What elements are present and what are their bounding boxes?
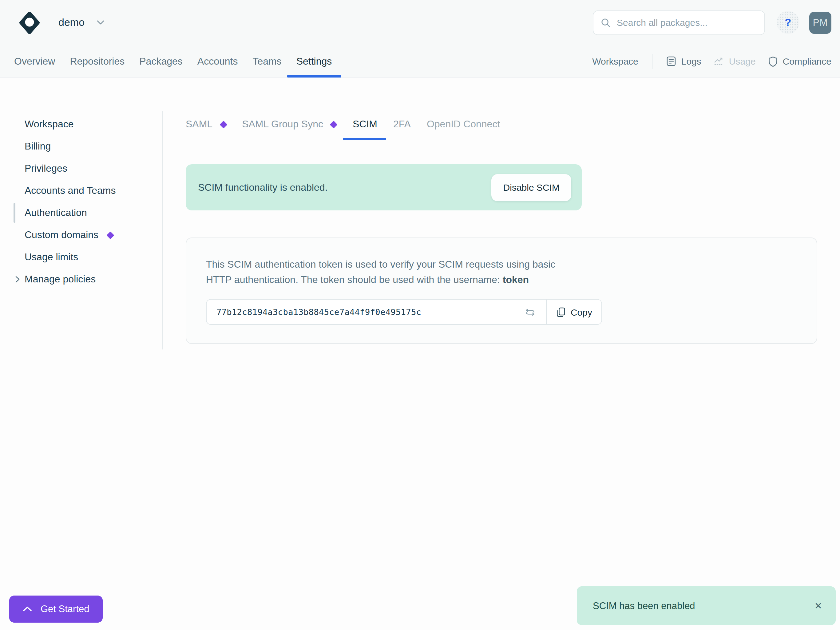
chevron-right-icon <box>15 275 20 283</box>
token-username: token <box>503 274 529 285</box>
search-box[interactable] <box>593 10 765 35</box>
premium-diamond-icon <box>106 231 114 239</box>
app-root: demo ? PM Overview Repositories Packages… <box>0 0 840 630</box>
token-field[interactable]: 77b12c8194a3cba13b8845ce7a44f9f0e495175c <box>207 300 546 324</box>
sidebar-item-billing[interactable]: Billing <box>0 135 163 157</box>
sidebar-item-usage-limits[interactable]: Usage limits <box>0 246 163 268</box>
tab-openid-connect[interactable]: OpenID Connect <box>419 118 508 130</box>
refresh-icon <box>525 307 535 317</box>
sidebar-item-workspace[interactable]: Workspace <box>0 113 163 135</box>
nav-tab-repositories[interactable]: Repositories <box>62 45 132 78</box>
tab-label: SCIM <box>353 119 377 130</box>
token-value: 77b12c8194a3cba13b8845ce7a44f9f0e495175c <box>216 307 421 317</box>
main-content: SAML SAML Group Sync SCIM 2FA OpenID Con… <box>163 78 840 344</box>
avatar[interactable]: PM <box>809 11 831 33</box>
get-started-label: Get Started <box>41 603 90 615</box>
token-row: 77b12c8194a3cba13b8845ce7a44f9f0e495175c… <box>206 299 602 325</box>
sidebar-item-accounts-and-teams[interactable]: Accounts and Teams <box>0 180 163 202</box>
tab-label: 2FA <box>393 119 411 130</box>
tab-label: SAML Group Sync <box>242 119 323 130</box>
settings-sidebar: Workspace Billing Privileges Accounts an… <box>0 111 163 350</box>
primary-nav: Overview Repositories Packages Accounts … <box>14 45 339 78</box>
usage-label: Usage <box>729 56 756 66</box>
tab-saml-group-sync[interactable]: SAML Group Sync <box>234 118 345 130</box>
chevron-up-icon <box>23 606 32 611</box>
workspace-switcher[interactable]: demo <box>58 16 104 28</box>
premium-diamond-icon <box>219 120 227 128</box>
tab-saml[interactable]: SAML <box>186 118 234 130</box>
disable-scim-button[interactable]: Disable SCIM <box>492 174 571 201</box>
copy-token-button[interactable]: Copy <box>546 300 602 324</box>
premium-diamond-icon <box>330 120 338 128</box>
usage-link[interactable]: Usage <box>714 56 756 66</box>
header-top-bar: demo ? PM <box>0 0 840 45</box>
copy-label: Copy <box>571 307 592 317</box>
logs-icon <box>666 56 676 66</box>
header: demo ? PM Overview Repositories Packages… <box>0 0 840 78</box>
nav-tab-teams[interactable]: Teams <box>245 45 289 78</box>
sidebar-item-label: Custom domains <box>25 230 98 241</box>
chevron-down-icon <box>96 20 104 25</box>
auth-subtabs: SAML SAML Group Sync SCIM 2FA OpenID Con… <box>186 118 840 130</box>
scim-enabled-banner: SCIM functionality is enabled. Disable S… <box>186 164 582 211</box>
regenerate-token-button[interactable] <box>523 305 537 319</box>
tab-label: SAML <box>186 119 212 130</box>
banner-message: SCIM functionality is enabled. <box>198 182 328 193</box>
cloudsmith-logo-icon[interactable] <box>19 11 40 33</box>
logs-link[interactable]: Logs <box>666 56 701 66</box>
nav-tab-overview[interactable]: Overview <box>14 45 62 78</box>
sidebar-item-custom-domains[interactable]: Custom domains <box>0 224 163 246</box>
compliance-label: Compliance <box>783 56 831 66</box>
search-input[interactable] <box>617 17 757 28</box>
nav-tab-packages[interactable]: Packages <box>132 45 190 78</box>
copy-icon <box>556 307 566 317</box>
success-toast: SCIM has been enabled ✕ <box>577 586 836 625</box>
help-label: ? <box>785 16 791 28</box>
sidebar-item-label: Manage policies <box>25 274 96 285</box>
workspace-name: demo <box>58 16 85 28</box>
page-body: Workspace Billing Privileges Accounts an… <box>0 78 840 350</box>
help-button[interactable]: ? <box>777 11 799 34</box>
logs-label: Logs <box>681 56 701 66</box>
nav-tab-accounts[interactable]: Accounts <box>190 45 245 78</box>
sidebar-item-manage-policies[interactable]: Manage policies <box>0 268 163 290</box>
context-workspace-label[interactable]: Workspace <box>592 56 638 66</box>
search-icon <box>601 17 611 27</box>
tab-scim[interactable]: SCIM <box>345 118 385 130</box>
toast-message: SCIM has been enabled <box>593 600 695 611</box>
header-nav-row: Overview Repositories Packages Accounts … <box>0 45 840 78</box>
compliance-link[interactable]: Compliance <box>768 56 831 67</box>
compliance-shield-icon <box>768 56 778 67</box>
context-nav: Workspace Logs Usage Compliance <box>592 54 831 69</box>
scim-token-card: This SCIM authentication token is used t… <box>186 237 817 344</box>
usage-chart-icon <box>714 56 724 66</box>
sidebar-item-privileges[interactable]: Privileges <box>0 157 163 180</box>
sidebar-item-authentication[interactable]: Authentication <box>0 202 163 224</box>
tab-2fa[interactable]: 2FA <box>385 118 419 130</box>
token-description: This SCIM authentication token is used t… <box>206 256 575 287</box>
tab-label: OpenID Connect <box>427 119 500 130</box>
vertical-divider <box>652 54 652 69</box>
toast-close-button[interactable]: ✕ <box>815 601 822 610</box>
nav-tab-settings[interactable]: Settings <box>289 45 339 78</box>
get-started-button[interactable]: Get Started <box>9 595 103 623</box>
